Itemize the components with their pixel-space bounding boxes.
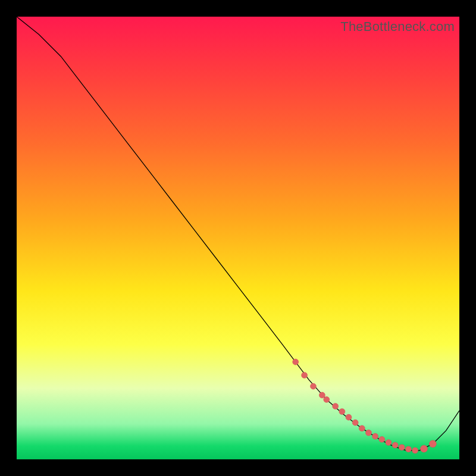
chart-overlay [17, 17, 459, 459]
highlight-point [310, 383, 316, 389]
highlight-point [379, 437, 385, 443]
highlight-point [302, 372, 308, 378]
highlight-point [405, 446, 411, 452]
marker-group [293, 359, 437, 453]
highlight-point [429, 440, 436, 447]
highlight-point [420, 445, 427, 452]
highlight-point [333, 403, 339, 409]
highlight-point [386, 440, 392, 446]
highlight-point [324, 397, 330, 403]
highlight-point [392, 442, 398, 448]
highlight-point [352, 419, 358, 425]
highlight-point [399, 444, 405, 450]
plot-area: TheBottleneck.com [17, 17, 459, 459]
highlight-point [372, 433, 378, 439]
highlight-point [339, 409, 345, 415]
bottleneck-curve [17, 17, 459, 450]
highlight-point [365, 430, 371, 436]
highlight-point [319, 392, 325, 398]
highlight-point [359, 425, 365, 431]
figure-canvas: TheBottleneck.com [0, 0, 476, 476]
highlight-point [293, 359, 299, 365]
highlight-point [412, 447, 418, 453]
highlight-point [346, 414, 352, 420]
